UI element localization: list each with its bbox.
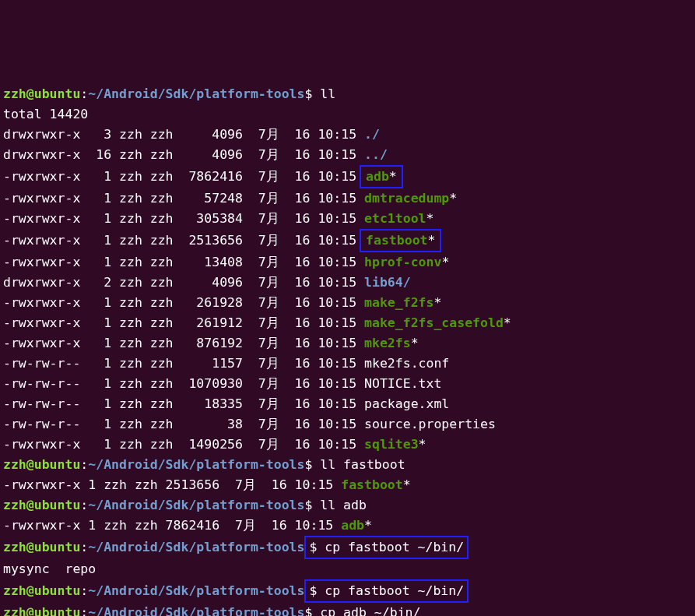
prompt-dollar: $ <box>304 86 320 101</box>
terminal-output[interactable]: zzh@ubuntu:~/Android/Sdk/platform-tools$… <box>3 84 692 616</box>
file-name: adb <box>341 518 364 533</box>
highlight-box-cp2: $ cp fastboot ~/bin/ <box>304 579 469 603</box>
file-name: source.properties <box>364 417 496 431</box>
file-name: NOTICE.txt <box>364 376 441 391</box>
file-row: -rwxrwxr-x 1 zzh zzh 876192 7月 16 10:15 <box>3 336 364 350</box>
prompt-user: zzh@ubuntu <box>3 540 80 554</box>
file-suffix: * <box>364 518 372 533</box>
file-name: sqlite3 <box>364 437 419 452</box>
file-name: dmtracedump <box>364 191 449 206</box>
file-row: -rw-rw-r-- 1 zzh zzh 18335 7月 16 10:15 <box>3 396 364 411</box>
file-row: -rw-rw-r-- 1 zzh zzh 1070930 7月 16 10:15 <box>3 376 364 391</box>
file-suffix: * <box>426 211 434 226</box>
prompt-colon: : <box>80 86 88 101</box>
prompt-colon: : <box>80 540 88 554</box>
file-name: hprof-conv <box>364 255 441 269</box>
file-suffix: * <box>504 315 511 330</box>
file-name: ./ <box>364 127 380 142</box>
file-name: etc1tool <box>364 211 426 226</box>
prompt-dollar: $ <box>304 498 320 512</box>
file-suffix: * <box>411 336 419 350</box>
prompt-colon: : <box>80 457 88 472</box>
command: ll <box>320 86 335 101</box>
prompt-colon: : <box>80 583 88 598</box>
file-name: ../ <box>364 147 388 162</box>
file-suffix: * <box>419 437 426 452</box>
total-line: total 14420 <box>3 107 88 121</box>
command: ll fastboot <box>320 457 405 472</box>
file-row: -rwxrwxr-x 1 zzh zzh 2513656 7月 16 10:15 <box>3 477 341 492</box>
file-suffix: * <box>403 477 411 492</box>
prompt-path: ~/Android/Sdk/platform-tools <box>88 583 304 598</box>
prompt-user: zzh@ubuntu <box>3 86 80 101</box>
highlight-box-cp1: $ cp fastboot ~/bin/ <box>304 536 469 559</box>
file-row: -rwxrwxr-x 1 zzh zzh 57248 7月 16 10:15 <box>3 191 364 206</box>
file-name: fastboot <box>366 233 427 248</box>
file-name: make_f2fs <box>364 295 433 310</box>
highlight-box: fastboot* <box>360 229 441 252</box>
file-row: -rwxrwxr-x 1 zzh zzh 7862416 7月 16 10:15 <box>3 169 364 184</box>
command: ll adb <box>320 498 367 512</box>
highlight-box: adb* <box>360 165 403 188</box>
file-suffix: * <box>389 169 397 184</box>
command: cp fastboot ~/bin/ <box>325 583 464 598</box>
prompt-user: zzh@ubuntu <box>3 583 80 598</box>
file-suffix: * <box>449 191 457 206</box>
tab-complete: mysync repo <box>3 561 96 576</box>
prompt-colon: : <box>80 498 88 512</box>
prompt-user: zzh@ubuntu <box>3 498 80 512</box>
file-name: mke2fs.conf <box>364 356 449 371</box>
file-name: package.xml <box>364 396 449 411</box>
file-row: drwxrwxr-x 2 zzh zzh 4096 7月 16 10:15 <box>3 275 364 290</box>
file-name: fastboot <box>341 477 402 492</box>
file-suffix: * <box>433 295 441 310</box>
file-row: -rwxrwxr-x 1 zzh zzh 1490256 7月 16 10:15 <box>3 437 364 452</box>
file-row: -rwxrwxr-x 1 zzh zzh 261928 7月 16 10:15 <box>3 295 364 310</box>
prompt-path: ~/Android/Sdk/platform-tools <box>88 457 304 472</box>
prompt-path: ~/Android/Sdk/platform-tools <box>88 605 304 616</box>
prompt-dollar: $ <box>304 457 320 472</box>
file-row: -rwxrwxr-x 1 zzh zzh 2513656 7月 16 10:15 <box>3 233 364 248</box>
file-row: -rwxrwxr-x 1 zzh zzh 305384 7月 16 10:15 <box>3 211 364 226</box>
file-name: lib64/ <box>364 275 411 290</box>
prompt-path: ~/Android/Sdk/platform-tools <box>88 86 304 101</box>
file-row: -rwxrwxr-x 1 zzh zzh 7862416 7月 16 10:15 <box>3 518 341 533</box>
command: cp fastboot ~/bin/ <box>325 540 464 554</box>
file-suffix: * <box>441 255 449 269</box>
prompt-path: ~/Android/Sdk/platform-tools <box>88 498 304 512</box>
prompt-path: ~/Android/Sdk/platform-tools <box>88 540 304 554</box>
prompt-user: zzh@ubuntu <box>3 605 80 616</box>
prompt-dollar: $ <box>309 583 325 598</box>
file-suffix: * <box>428 233 436 248</box>
file-row: -rwxrwxr-x 1 zzh zzh 13408 7月 16 10:15 <box>3 255 364 269</box>
command: cp adb ~/bin/ <box>320 605 420 616</box>
prompt-dollar: $ <box>304 605 320 616</box>
file-row: -rwxrwxr-x 1 zzh zzh 261912 7月 16 10:15 <box>3 315 364 330</box>
file-row: -rw-rw-r-- 1 zzh zzh 38 7月 16 10:15 <box>3 417 364 431</box>
file-row: -rw-rw-r-- 1 zzh zzh 1157 7月 16 10:15 <box>3 356 364 371</box>
file-name: mke2fs <box>364 336 411 350</box>
prompt-colon: : <box>80 605 88 616</box>
prompt-dollar: $ <box>309 540 325 554</box>
file-name: make_f2fs_casefold <box>364 315 504 330</box>
file-row: drwxrwxr-x 3 zzh zzh 4096 7月 16 10:15 <box>3 127 364 142</box>
file-name: adb <box>366 169 389 184</box>
file-row: drwxrwxr-x 16 zzh zzh 4096 7月 16 10:15 <box>3 147 364 162</box>
prompt-user: zzh@ubuntu <box>3 457 80 472</box>
